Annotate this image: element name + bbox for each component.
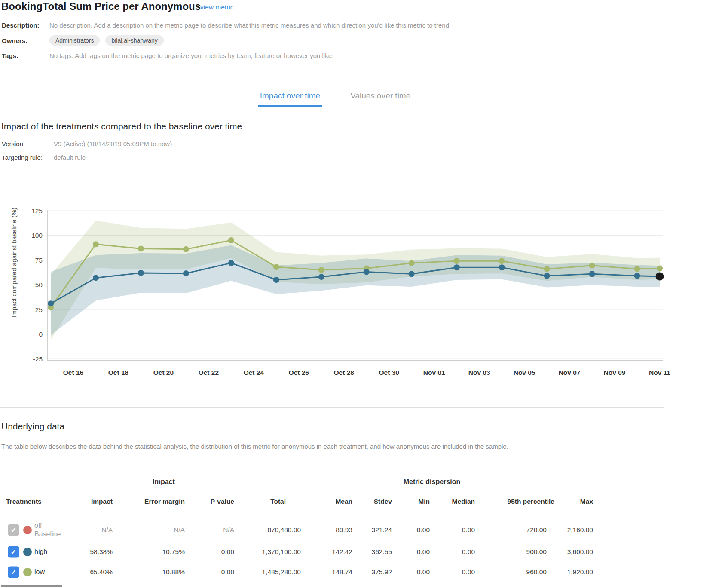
cell-stdev: 362.55 xyxy=(372,548,392,556)
cell-p_value: 0.00 xyxy=(221,568,234,576)
cell-p_value: N/A xyxy=(223,526,234,534)
data-point-low[interactable] xyxy=(183,246,189,252)
y-tick-label: 100 xyxy=(31,232,43,239)
version-value: V9 (Active) (10/14/2019 05:09PM to now) xyxy=(54,140,172,147)
treatment-checkbox-low[interactable]: ✓ xyxy=(8,566,19,578)
treatments-table-bottom-border xyxy=(1,585,62,587)
data-point-high[interactable] xyxy=(273,277,279,283)
data-point-low[interactable] xyxy=(318,267,324,273)
x-tick-label: Nov 01 xyxy=(423,369,445,376)
data-point-high[interactable] xyxy=(183,270,189,276)
underlying-data-heading: Underlying data xyxy=(1,421,64,432)
data-point-low[interactable] xyxy=(273,264,279,270)
cell-total: 1,370,100.00 xyxy=(262,548,301,556)
impact-over-time-chart[interactable]: 1251007550250-25Oct 16Oct 18Oct 20Oct 22… xyxy=(0,185,722,378)
tab-impact-over-time[interactable]: Impact over time xyxy=(258,91,322,107)
data-point-high[interactable] xyxy=(364,269,370,275)
treatment-name: high xyxy=(34,548,47,556)
cell-min: 0.00 xyxy=(417,526,430,534)
data-point-low[interactable] xyxy=(409,260,415,266)
impact-group-header: Impact xyxy=(88,478,239,486)
x-tick-label: Oct 20 xyxy=(153,369,174,376)
data-point-high[interactable] xyxy=(93,275,99,281)
table-row-high: ✓high58.38%10.75%0.001,370,100.00142.423… xyxy=(0,542,722,562)
treatment-name: low xyxy=(34,568,45,576)
owner-tag[interactable]: Administrators xyxy=(49,35,100,46)
data-point-low[interactable] xyxy=(454,258,460,264)
tags-label: Tags: xyxy=(2,52,18,59)
section-divider xyxy=(0,407,664,408)
x-tick-label: Oct 18 xyxy=(108,369,129,376)
treatment-baseline-label: Baseline xyxy=(34,530,61,539)
data-point-high[interactable] xyxy=(589,271,595,277)
treatment-checkbox-high[interactable]: ✓ xyxy=(8,546,19,558)
data-point-high[interactable] xyxy=(318,274,324,280)
data-point-high[interactable] xyxy=(138,270,144,276)
data-point-low[interactable] xyxy=(228,237,234,243)
targeting-rule-value: default rule xyxy=(54,154,86,161)
treatment-color-dot xyxy=(23,526,32,534)
x-tick-label: Nov 03 xyxy=(468,369,490,376)
treatment-name-text: low xyxy=(34,568,45,576)
owner-tag[interactable]: bilal.al-shahwany xyxy=(105,35,163,46)
cell-p95: 960.00 xyxy=(526,568,547,576)
impact-section-heading: Impact of the treatments compared to the… xyxy=(1,121,242,132)
cell-median: 0.00 xyxy=(462,526,475,534)
y-tick-label: 0 xyxy=(39,331,43,338)
cell-mean: 142.42 xyxy=(332,548,352,556)
owners-list: Administratorsbilal.al-shahwany xyxy=(49,35,164,46)
x-tick-label: Nov 09 xyxy=(604,369,626,376)
treatment-name: offBaseline xyxy=(34,521,61,539)
data-point-high[interactable] xyxy=(499,264,505,270)
cell-mean: 89.93 xyxy=(336,526,352,534)
x-tick-label: Oct 16 xyxy=(63,369,84,376)
data-point-high[interactable] xyxy=(454,264,460,270)
check-icon: ✓ xyxy=(10,548,16,557)
x-tick-label: Oct 22 xyxy=(199,369,219,376)
metric-impact-page: BookingTotal Sum Price per Anonymous vie… xyxy=(0,0,722,588)
data-point-high[interactable] xyxy=(544,273,550,279)
x-tick-label: Oct 24 xyxy=(244,369,264,376)
column-header-p95: 95th percentile xyxy=(508,498,554,505)
data-point-low[interactable] xyxy=(93,241,99,247)
data-point-high[interactable] xyxy=(634,273,640,279)
x-tick-label: Oct 30 xyxy=(379,369,399,376)
cell-error_margin: N/A xyxy=(174,526,185,534)
column-header-impact: Impact xyxy=(91,498,113,505)
data-point-high[interactable] xyxy=(409,271,415,277)
row-divider xyxy=(88,582,239,582)
column-header-total: Total xyxy=(270,498,286,505)
data-point-low[interactable] xyxy=(544,266,550,272)
data-point-high[interactable] xyxy=(48,300,54,306)
cell-total: 870,480.00 xyxy=(267,526,301,534)
data-point-low[interactable] xyxy=(138,246,144,252)
targeting-rule-label: Targeting rule: xyxy=(2,154,43,161)
x-tick-label: Oct 26 xyxy=(289,369,309,376)
cell-median: 0.00 xyxy=(462,548,475,556)
column-header-p_value: P-value xyxy=(211,498,234,505)
table-row-low: ✓low65.40%10.88%0.001,485,280.00148.7437… xyxy=(0,562,722,582)
description-text: No description. Add a description on the… xyxy=(49,21,451,29)
view-metric-link[interactable]: view metric xyxy=(200,3,234,11)
data-point-low[interactable] xyxy=(589,263,595,269)
treatment-color-dot xyxy=(23,568,32,576)
data-point-low[interactable] xyxy=(634,266,640,272)
x-tick-label: Nov 05 xyxy=(514,369,535,376)
x-tick-label: Oct 28 xyxy=(334,369,355,376)
data-point-high[interactable] xyxy=(228,260,234,266)
cell-p95: 900.00 xyxy=(526,548,547,556)
column-header-min: Min xyxy=(418,498,430,505)
header-divider xyxy=(0,73,664,74)
chart-tabs: Impact over timeValues over time xyxy=(0,91,670,107)
cell-median: 0.00 xyxy=(462,568,475,576)
cell-stdev: 321.24 xyxy=(372,526,392,534)
data-point-low[interactable] xyxy=(657,266,663,272)
cell-max: 3,600.00 xyxy=(567,548,593,556)
tab-values-over-time[interactable]: Values over time xyxy=(349,91,412,107)
cell-impact: N/A xyxy=(101,526,113,534)
cell-max: 2,160.00 xyxy=(567,526,593,534)
data-point-low[interactable] xyxy=(499,258,505,264)
column-header-stdev: Stdev xyxy=(374,498,392,505)
current-point-marker[interactable] xyxy=(656,272,664,280)
treatments-column-header: Treatments xyxy=(6,498,42,505)
